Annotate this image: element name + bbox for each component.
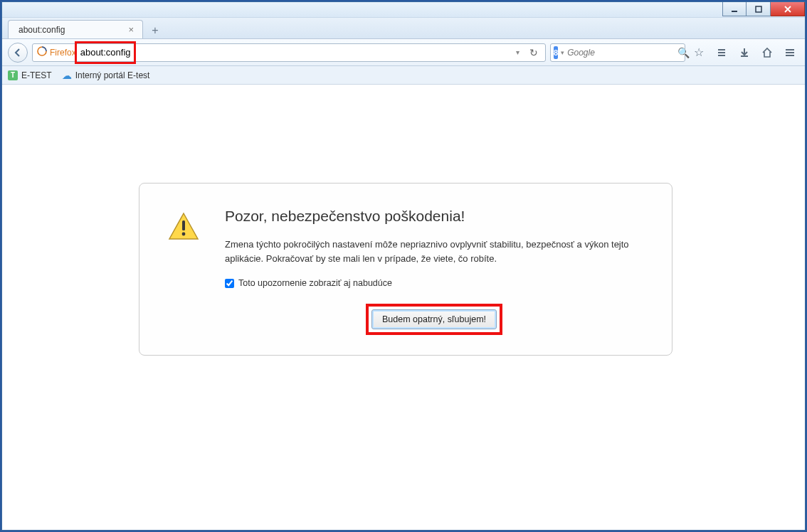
- downloads-button[interactable]: [735, 43, 754, 62]
- search-bar[interactable]: 8 ▾ 🔍: [550, 43, 685, 62]
- svg-rect-1: [756, 6, 761, 12]
- warning-title: Pozor, nebezpečenstvo poškodenia!: [225, 208, 643, 225]
- bookmark-favicon: T: [8, 70, 18, 80]
- svg-rect-3: [182, 220, 185, 230]
- search-engine-icon[interactable]: 8: [554, 46, 558, 59]
- url-history-dropdown[interactable]: ▾: [513, 48, 522, 56]
- tab-strip: about:config × +: [2, 18, 805, 39]
- warning-text: Zmena týchto pokročilých nastavení môže …: [225, 238, 643, 265]
- window-close-button[interactable]: [771, 2, 805, 16]
- site-identity[interactable]: Firefox: [37, 46, 76, 58]
- tab-about-config[interactable]: about:config ×: [8, 20, 143, 38]
- new-tab-button[interactable]: +: [146, 23, 164, 38]
- window-titlebar: [2, 2, 805, 18]
- url-bar[interactable]: Firefox ▾ ↻: [32, 43, 546, 62]
- hamburger-menu-button[interactable]: [781, 43, 799, 62]
- show-warning-checkbox[interactable]: [225, 279, 234, 288]
- bookmark-item-etest[interactable]: T E-TEST: [8, 70, 52, 80]
- url-bar-container: Firefox ▾ ↻: [32, 43, 546, 62]
- library-button[interactable]: [712, 43, 731, 62]
- page-content: Pozor, nebezpečenstvo poškodenia! Zmena …: [2, 85, 805, 530]
- bookmark-item-interny-portal[interactable]: ☁ Interný portál E-test: [62, 70, 150, 81]
- browser-window: about:config × + Firefox ▾ ↻: [1, 1, 806, 531]
- accept-risk-button[interactable]: Budem opatrný, sľubujem!: [371, 309, 497, 329]
- home-button[interactable]: [758, 43, 776, 62]
- svg-rect-0: [732, 11, 737, 12]
- warning-icon-column: [168, 208, 204, 335]
- window-controls: [722, 2, 805, 17]
- url-input[interactable]: [80, 46, 509, 59]
- checkbox-label: Toto upozornenie zobraziť aj nabudúce: [238, 278, 392, 288]
- reload-button[interactable]: ↻: [527, 47, 541, 58]
- warning-body: Pozor, nebezpečenstvo poškodenia! Zmena …: [225, 208, 643, 335]
- cloud-icon: ☁: [62, 70, 72, 81]
- window-maximize-button[interactable]: [747, 2, 771, 16]
- identity-label: Firefox: [50, 48, 76, 58]
- navigation-toolbar: Firefox ▾ ↻ 8 ▾ 🔍 ☆: [2, 39, 805, 66]
- bookmark-label: Interný portál E-test: [75, 70, 150, 80]
- search-go-button[interactable]: 🔍: [677, 47, 690, 58]
- about-config-warning-panel: Pozor, nebezpečenstvo poškodenia! Zmena …: [139, 183, 672, 356]
- tab-close-button[interactable]: ×: [127, 24, 135, 35]
- search-engine-dropdown[interactable]: ▾: [561, 49, 564, 56]
- bookmark-star-button[interactable]: ☆: [690, 43, 708, 62]
- bookmarks-toolbar: T E-TEST ☁ Interný portál E-test: [2, 66, 805, 85]
- svg-point-4: [182, 233, 186, 236]
- bookmark-label: E-TEST: [21, 70, 52, 80]
- tab-title: about:config: [19, 25, 65, 35]
- back-button[interactable]: [8, 43, 28, 63]
- firefox-icon: [37, 46, 47, 58]
- warning-button-row: Budem opatrný, sľubujem!: [225, 304, 643, 335]
- annotation-highlight-button: Budem opatrný, sľubujem!: [366, 304, 502, 335]
- window-minimize-button[interactable]: [722, 2, 747, 16]
- search-input[interactable]: [567, 48, 675, 58]
- warning-triangle-icon: [168, 212, 199, 240]
- warning-checkbox-row[interactable]: Toto upozornenie zobraziť aj nabudúce: [225, 278, 643, 288]
